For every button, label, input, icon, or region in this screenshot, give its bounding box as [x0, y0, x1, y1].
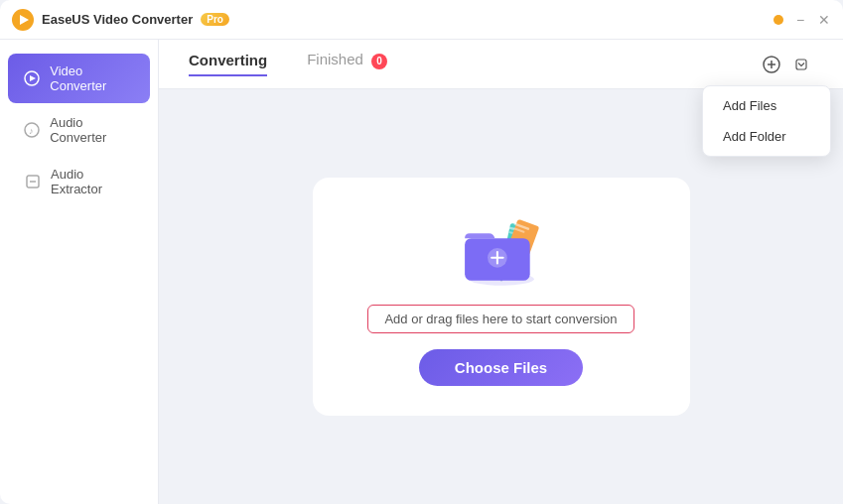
- tab-bar: Converting Finished 0: [159, 40, 843, 89]
- drop-zone: Add or drag files here to start conversi…: [313, 178, 690, 416]
- video-converter-icon: [24, 69, 40, 87]
- tabs: Converting Finished 0: [189, 51, 387, 76]
- title-bar-left: EaseUS Video Converter Pro: [12, 9, 229, 31]
- svg-text:♪: ♪: [29, 126, 34, 136]
- tab-finished[interactable]: Finished 0: [307, 51, 387, 76]
- close-button[interactable]: ✕: [817, 13, 831, 27]
- content-area: Converting Finished 0: [159, 40, 843, 504]
- sidebar-item-audio-extractor-label: Audio Extractor: [51, 167, 134, 196]
- add-button[interactable]: [758, 51, 785, 78]
- app-title: EaseUS Video Converter: [42, 12, 193, 27]
- sidebar-item-audio-extractor[interactable]: Audio Extractor: [8, 157, 150, 206]
- sidebar-item-audio-converter[interactable]: ♪ Audio Converter: [8, 105, 150, 155]
- add-files-menu-item[interactable]: Add Files: [703, 90, 830, 121]
- dropdown-toggle-button[interactable]: [789, 51, 813, 78]
- minimize-button[interactable]: −: [793, 13, 807, 27]
- finished-badge: 0: [371, 54, 387, 69]
- add-folder-menu-item[interactable]: Add Folder: [703, 121, 830, 152]
- choose-files-button[interactable]: Choose Files: [419, 349, 583, 386]
- tab-converting[interactable]: Converting: [189, 52, 267, 76]
- audio-converter-icon: ♪: [24, 121, 40, 139]
- traffic-light-icon: [773, 15, 783, 25]
- svg-rect-11: [796, 60, 806, 69]
- title-bar-controls: − ✕: [773, 13, 831, 27]
- drop-hint: Add or drag files here to start conversi…: [367, 305, 633, 333]
- audio-extractor-icon: [24, 173, 41, 190]
- folder-illustration: [437, 207, 566, 289]
- main-layout: Video Converter ♪ Audio Converter: [0, 40, 843, 504]
- pro-badge: Pro: [201, 13, 229, 26]
- app-window: EaseUS Video Converter Pro − ✕ Video Con…: [0, 0, 843, 504]
- sidebar: Video Converter ♪ Audio Converter: [0, 40, 159, 504]
- svg-marker-3: [30, 75, 36, 81]
- app-logo-icon: [12, 9, 34, 31]
- title-bar: EaseUS Video Converter Pro − ✕: [0, 0, 843, 40]
- sidebar-item-video-converter[interactable]: Video Converter: [8, 54, 150, 103]
- sidebar-item-audio-converter-label: Audio Converter: [50, 115, 134, 145]
- dropdown-menu: Add Files Add Folder: [702, 85, 831, 157]
- sidebar-item-video-converter-label: Video Converter: [50, 63, 134, 93]
- tab-actions: [758, 51, 813, 78]
